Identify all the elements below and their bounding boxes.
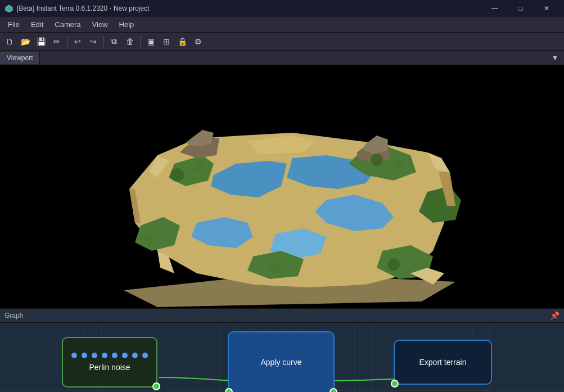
dot-4: [102, 353, 107, 358]
pin-icon[interactable]: 📌: [550, 311, 560, 320]
graph-canvas[interactable]: Perlin noise Apply curve Export terrain: [0, 323, 564, 392]
delete-button[interactable]: 🗑: [123, 34, 137, 49]
maximize-button[interactable]: □: [508, 0, 534, 17]
svg-point-28: [194, 162, 205, 173]
export-terrain-node-label: Export terrain: [419, 358, 466, 367]
menu-edit[interactable]: Edit: [25, 18, 49, 31]
perlin-node-dots: [71, 353, 148, 358]
viewport-dropdown-button[interactable]: ▼: [548, 53, 562, 63]
svg-point-34: [270, 262, 281, 273]
menu-bar: File Edit Camera View Help: [0, 17, 564, 33]
dot-7: [132, 353, 138, 358]
dot-2: [82, 353, 87, 358]
settings-button[interactable]: ⚙: [191, 34, 205, 49]
dot-6: [122, 353, 128, 358]
dot-1: [71, 353, 77, 358]
toolbar-separator-2: [103, 36, 104, 47]
apply-curve-node-label: Apply curve: [260, 358, 301, 367]
graph-title: Graph: [4, 312, 23, 319]
toolbar-separator-1: [67, 36, 67, 47]
new-file-button[interactable]: 🗋: [2, 34, 17, 49]
open-button[interactable]: 📂: [18, 34, 33, 49]
toolbar: 🗋 📂 💾 ✏ ↩ ↪ ⧉ 🗑 ▣ ⊞ 🔒 ⚙: [0, 33, 564, 51]
terrain-3d-view: [0, 65, 564, 308]
grid-button[interactable]: ⊞: [159, 34, 174, 49]
select-button[interactable]: ▣: [143, 34, 158, 49]
viewport-container: Viewport ▼: [0, 51, 564, 308]
title-bar: [Beta] Instant Terra 0.6.1.2320 - New pr…: [0, 0, 564, 17]
copy-button[interactable]: ⧉: [107, 34, 121, 49]
perlin-noise-node[interactable]: Perlin noise: [62, 337, 157, 388]
menu-help[interactable]: Help: [114, 18, 140, 31]
graph-header: Graph 📌: [0, 308, 564, 323]
lock-button[interactable]: 🔒: [175, 34, 189, 49]
dot-5: [112, 353, 118, 358]
dot-8: [142, 353, 148, 358]
perlin-node-label: Perlin noise: [89, 363, 130, 372]
export-terrain-node[interactable]: Export terrain: [394, 340, 492, 385]
redo-button[interactable]: ↪: [86, 34, 101, 49]
close-button[interactable]: ✕: [534, 0, 560, 17]
apply-curve-node[interactable]: Apply curve: [228, 331, 335, 392]
save-button[interactable]: 💾: [34, 34, 48, 49]
viewport-tab-bar: Viewport ▼: [0, 51, 564, 65]
title-bar-left: [Beta] Instant Terra 0.6.1.2320 - New pr…: [4, 4, 149, 13]
svg-point-31: [430, 199, 441, 210]
svg-point-33: [387, 259, 400, 271]
menu-file[interactable]: File: [2, 18, 25, 31]
svg-point-30: [394, 160, 404, 170]
viewport-tab[interactable]: Viewport: [0, 52, 40, 64]
minimize-button[interactable]: —: [482, 0, 508, 17]
undo-button[interactable]: ↩: [70, 34, 85, 49]
svg-point-29: [371, 154, 383, 166]
graph-panel: Graph 📌 Perlin noise: [0, 308, 564, 392]
svg-point-32: [144, 235, 154, 245]
apply-curve-input-port[interactable]: [225, 388, 233, 392]
toolbar-separator-3: [140, 36, 141, 47]
dot-3: [92, 353, 97, 358]
window-title: [Beta] Instant Terra 0.6.1.2320 - New pr…: [17, 4, 149, 12]
menu-view[interactable]: View: [87, 18, 114, 31]
menu-camera[interactable]: Camera: [49, 18, 86, 31]
perlin-output-port[interactable]: [152, 382, 160, 390]
apply-curve-output-port[interactable]: [330, 388, 337, 392]
svg-point-27: [170, 168, 184, 182]
viewport-canvas: [0, 65, 564, 308]
export-terrain-input-port[interactable]: [391, 380, 399, 388]
edit-button[interactable]: ✏: [49, 34, 64, 49]
app-icon: [4, 4, 13, 13]
window-controls: — □ ✕: [482, 0, 560, 17]
